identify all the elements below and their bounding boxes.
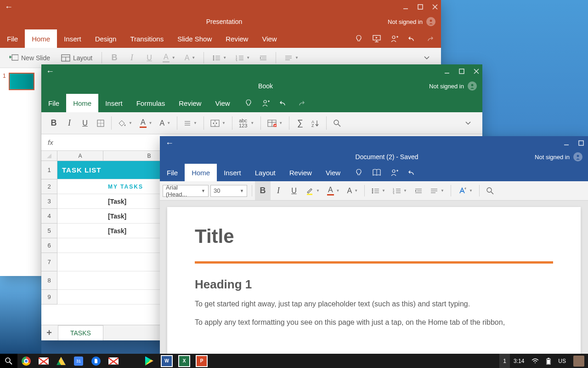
powerpoint-app-icon[interactable]: P bbox=[193, 354, 210, 368]
find-button[interactable] bbox=[329, 112, 345, 134]
cell-styles-button[interactable]: ▼ bbox=[264, 112, 286, 134]
minimize-icon[interactable] bbox=[563, 140, 570, 146]
tab-transitions[interactable]: Transitions bbox=[123, 29, 170, 48]
minimize-icon[interactable] bbox=[444, 68, 450, 75]
user-avatar[interactable] bbox=[570, 354, 588, 368]
keyboard-lang[interactable]: US bbox=[554, 354, 570, 368]
paragraph-button[interactable]: ▼ bbox=[426, 181, 448, 200]
row-header[interactable]: 7 bbox=[41, 253, 57, 271]
tab-design[interactable]: Design bbox=[88, 29, 124, 48]
row-header[interactable]: 1 bbox=[41, 161, 57, 179]
xls-chrome-bar[interactable]: ← bbox=[41, 64, 482, 78]
underline-button[interactable]: U bbox=[77, 112, 93, 134]
tab-home[interactable]: Home bbox=[25, 29, 57, 48]
back-icon[interactable]: ← bbox=[164, 138, 175, 148]
tab-home[interactable]: Home bbox=[66, 94, 98, 112]
row-header[interactable]: 8 bbox=[41, 271, 57, 290]
bold-button[interactable]: B bbox=[46, 112, 62, 134]
share-icon[interactable] bbox=[262, 99, 270, 107]
font-size-button[interactable]: A▼ bbox=[156, 112, 175, 134]
document-page[interactable]: Title Heading 1 To get started right awa… bbox=[167, 207, 581, 354]
fill-color-button[interactable]: ▼ bbox=[114, 112, 136, 134]
merge-button[interactable]: ▼ bbox=[207, 112, 229, 134]
borders-button[interactable] bbox=[93, 112, 108, 134]
search-button[interactable] bbox=[0, 354, 17, 368]
tell-me-icon[interactable] bbox=[355, 168, 363, 177]
tab-insert[interactable]: Insert bbox=[217, 164, 248, 181]
sort-filter-button[interactable]: AZ bbox=[308, 112, 323, 134]
col-header-a[interactable]: A bbox=[57, 151, 103, 161]
collapse-ribbon-icon[interactable] bbox=[417, 56, 436, 60]
font-color-button[interactable]: A▼ bbox=[136, 112, 156, 134]
number-format-button[interactable]: abc123▼ bbox=[235, 112, 258, 134]
row-header[interactable]: 5 bbox=[41, 224, 57, 238]
bold-button[interactable]: B bbox=[255, 181, 271, 200]
tab-review[interactable]: Review bbox=[172, 94, 208, 112]
maximize-icon[interactable] bbox=[417, 4, 424, 10]
tab-home[interactable]: Home bbox=[185, 164, 217, 181]
doc-chrome-bar[interactable]: ← bbox=[160, 136, 588, 150]
play-store-icon[interactable] bbox=[141, 354, 158, 368]
row-header[interactable]: 9 bbox=[41, 290, 57, 305]
tell-me-icon[interactable] bbox=[355, 34, 363, 43]
ppt-signin[interactable]: Not signed in bbox=[388, 17, 435, 26]
add-sheet-button[interactable]: + bbox=[41, 328, 57, 338]
undo-icon[interactable] bbox=[408, 168, 416, 177]
heading-1[interactable]: Heading 1 bbox=[195, 277, 553, 292]
gmail-app-icon[interactable] bbox=[105, 354, 122, 368]
document-canvas[interactable]: Title Heading 1 To get started right awa… bbox=[160, 201, 588, 354]
present-icon[interactable] bbox=[372, 34, 381, 43]
styles-button[interactable]: ▼ bbox=[454, 181, 476, 200]
read-mode-icon[interactable] bbox=[372, 169, 381, 176]
document-title[interactable]: Title bbox=[195, 225, 553, 247]
tab-layout[interactable]: Layout bbox=[248, 164, 283, 181]
chrome-app-icon[interactable] bbox=[17, 354, 35, 368]
italic-button[interactable]: I bbox=[271, 181, 286, 200]
numbering-button[interactable]: 123▼ bbox=[389, 181, 411, 200]
drive-app-icon[interactable] bbox=[52, 354, 70, 368]
undo-icon[interactable] bbox=[279, 99, 288, 107]
back-icon[interactable]: ← bbox=[44, 67, 56, 76]
xls-signin[interactable]: Not signed in bbox=[429, 81, 477, 91]
undo-icon[interactable] bbox=[408, 34, 416, 43]
font-size-combo[interactable]: 30▼ bbox=[210, 185, 247, 197]
tab-insert[interactable]: Insert bbox=[98, 94, 130, 112]
battery-icon[interactable] bbox=[543, 354, 554, 368]
slide-thumbnail[interactable]: 1 bbox=[0, 71, 41, 92]
maximize-icon[interactable] bbox=[578, 140, 584, 146]
row-header[interactable]: 2 bbox=[41, 179, 57, 194]
tab-file[interactable]: File bbox=[160, 164, 185, 181]
word-app-icon[interactable]: W bbox=[158, 354, 175, 368]
redo-icon[interactable] bbox=[297, 99, 305, 107]
bullets-button[interactable]: ▼ bbox=[368, 181, 389, 200]
doc-signin[interactable]: Not signed in bbox=[535, 152, 582, 161]
redo-icon[interactable] bbox=[425, 34, 434, 43]
back-icon[interactable]: ← bbox=[3, 2, 15, 12]
ppt-chrome-bar[interactable]: ← bbox=[0, 0, 441, 14]
font-more-button[interactable]: A▼ bbox=[344, 181, 362, 200]
tab-formulas[interactable]: Formulas bbox=[130, 94, 172, 112]
wifi-icon[interactable] bbox=[528, 354, 543, 368]
italic-button[interactable]: I bbox=[62, 112, 77, 134]
tab-insert[interactable]: Insert bbox=[57, 29, 88, 48]
files-app-icon[interactable] bbox=[87, 354, 105, 368]
tab-slideshow[interactable]: Slide Show bbox=[170, 29, 219, 48]
share-icon[interactable] bbox=[390, 168, 399, 177]
underline-button[interactable]: U bbox=[286, 181, 302, 200]
tab-file[interactable]: File bbox=[0, 29, 25, 48]
highlight-button[interactable]: ▼ bbox=[302, 181, 323, 200]
font-color-button[interactable]: A▼ bbox=[323, 181, 344, 200]
excel-app-icon[interactable]: X bbox=[175, 354, 193, 368]
sheet-tab[interactable]: TASKS bbox=[58, 325, 103, 340]
find-button[interactable] bbox=[482, 181, 498, 200]
gmail-app-icon[interactable] bbox=[35, 354, 52, 368]
indent-button[interactable] bbox=[411, 181, 426, 200]
calendar-app-icon[interactable]: 31 bbox=[70, 354, 87, 368]
tab-view[interactable]: View bbox=[319, 164, 347, 181]
maximize-icon[interactable] bbox=[458, 68, 465, 75]
row-header[interactable]: 4 bbox=[41, 209, 57, 224]
tab-file[interactable]: File bbox=[41, 94, 66, 112]
row-header[interactable]: 6 bbox=[41, 238, 57, 253]
minimize-icon[interactable] bbox=[402, 4, 409, 10]
align-button[interactable]: ▼ bbox=[180, 112, 201, 134]
